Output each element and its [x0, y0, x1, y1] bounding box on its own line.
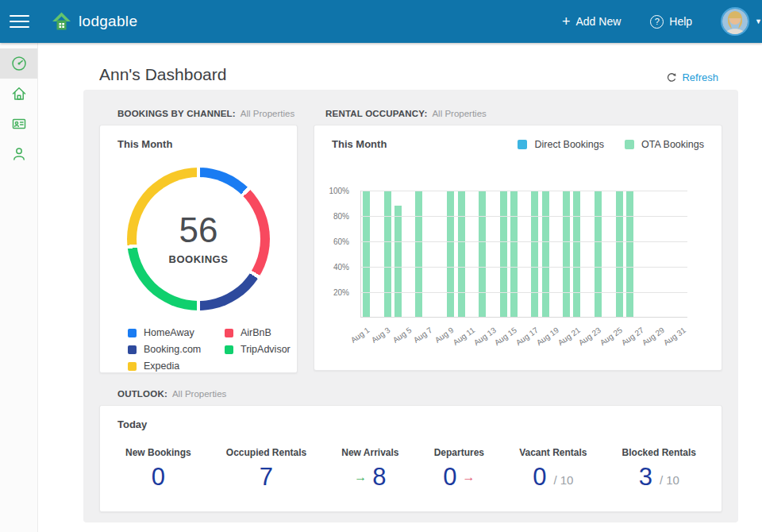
occupancy-bar-aug-4 — [394, 206, 402, 317]
stat-value-row: 0/ 10 — [519, 465, 587, 489]
sidebar-item-bookings[interactable] — [0, 109, 37, 139]
add-new-label: Add New — [575, 15, 621, 28]
refresh-label: Refresh — [682, 71, 718, 83]
gauge-icon — [11, 56, 27, 71]
occupancy-bar-aug-26 — [626, 191, 633, 317]
top-navbar: lodgable + Add New ? Help ▼ — [0, 0, 762, 43]
legend-swatch — [128, 362, 137, 371]
bar-slot — [583, 191, 593, 317]
occupancy-bar-aug-6 — [415, 191, 422, 317]
card-title: Today — [117, 418, 147, 430]
stat-label: Blocked Rentals — [622, 447, 696, 458]
outlook-stat-departures: Departures0→ — [434, 447, 484, 489]
section-scope: All Properties — [172, 389, 226, 399]
bar-slot — [456, 191, 466, 317]
occupancy-bar-aug-21 — [573, 191, 580, 317]
refresh-icon — [666, 72, 677, 83]
brand-logo[interactable]: lodgable — [51, 11, 137, 32]
gridline — [361, 191, 687, 191]
refresh-button[interactable]: Refresh — [666, 71, 718, 83]
bar-slot — [677, 191, 687, 317]
y-tick-label: 80% — [333, 212, 349, 221]
occupancy-bar-aug-23 — [595, 191, 602, 317]
user-avatar[interactable] — [721, 7, 749, 36]
bar-slot — [383, 191, 393, 317]
y-tick-label: 40% — [333, 263, 349, 272]
help-label: Help — [669, 15, 692, 28]
section-scope: All Properties — [432, 109, 486, 118]
stat-value-row: 0→ — [434, 465, 484, 489]
occupancy-plot-area — [360, 191, 687, 318]
sidebar-item-guests[interactable] — [0, 139, 37, 169]
occupancy-bar-aug-12 — [479, 191, 486, 317]
legend-label: Expedia — [144, 360, 179, 372]
bar-slot — [414, 191, 424, 317]
legend-item-bookingcom: Booking.com — [128, 344, 225, 355]
legend-label: AirBnB — [241, 327, 271, 338]
bar-slot — [645, 191, 656, 317]
legend-swatch — [128, 329, 137, 337]
bar-slot — [487, 191, 498, 317]
legend-swatch — [225, 329, 233, 337]
avatar-image — [722, 9, 748, 34]
arrow-right-icon: → — [462, 471, 475, 484]
occupancy-bars — [361, 191, 687, 317]
chevron-down-icon[interactable]: ▼ — [755, 17, 762, 25]
section-title: BOOKINGS BY CHANNEL: — [117, 109, 236, 118]
stat-label: Departures — [434, 447, 484, 458]
bar-slot — [509, 191, 519, 317]
id-card-icon — [11, 116, 27, 132]
add-new-button[interactable]: + Add New — [562, 14, 621, 29]
stat-value: 0 — [443, 465, 456, 489]
occupancy-legend: Direct Bookings OTA Bookings — [518, 139, 704, 150]
outlook-stat-occupied-rentals: Occupied Rentals7 — [226, 447, 306, 489]
bookings-count: 56 — [179, 213, 218, 248]
section-scope: All Properties — [241, 109, 294, 118]
question-mark-icon: ? — [650, 15, 664, 29]
occupancy-bar-aug-3 — [384, 191, 391, 317]
bar-slot — [625, 191, 635, 317]
brand-name: lodgable — [79, 13, 137, 30]
user-icon — [11, 146, 27, 162]
legend-label: Direct Bookings — [534, 139, 604, 150]
stat-value-row: →8 — [341, 465, 398, 489]
legend-label: HomeAway — [144, 327, 194, 338]
occupancy-bar-aug-10 — [458, 191, 465, 317]
page-title: Ann's Dashboard — [99, 65, 226, 84]
bar-slot — [393, 191, 403, 317]
legend-swatch — [518, 140, 527, 149]
bar-slot — [403, 191, 414, 317]
stat-value: 0 — [533, 465, 546, 489]
outlook-stat-vacant-rentals: Vacant Rentals0/ 10 — [519, 447, 587, 489]
occupancy-bar-aug-9 — [447, 191, 454, 317]
help-button[interactable]: ? Help — [650, 15, 692, 29]
stat-value: 7 — [260, 465, 273, 489]
legend-swatch — [625, 140, 634, 149]
dashboard-panel: BOOKINGS BY CHANNEL: All Properties RENT… — [83, 90, 738, 522]
legend-item-tripadvisor: TripAdvisor — [225, 344, 291, 355]
bar-slot — [593, 191, 603, 317]
sidebar-item-dashboard[interactable] — [0, 48, 37, 79]
gridline — [361, 292, 687, 293]
sidebar-item-properties[interactable] — [0, 79, 37, 109]
bookings-count-label: BOOKINGS — [169, 253, 229, 265]
hamburger-menu-icon[interactable] — [10, 8, 29, 35]
bar-slot — [572, 191, 582, 317]
bar-slot — [603, 191, 614, 317]
occupancy-yaxis: 20%40%60%80%100% — [314, 191, 356, 318]
stat-label: New Bookings — [125, 447, 191, 458]
y-tick-label: 60% — [333, 237, 349, 246]
left-sidebar — [0, 43, 38, 532]
occupancy-bar-aug-15 — [510, 191, 518, 317]
bar-slot — [614, 191, 624, 317]
stat-value: 3 — [639, 465, 652, 489]
bookings-section-label: BOOKINGS BY CHANNEL: All Properties — [117, 109, 294, 118]
stat-value: 0 — [152, 465, 165, 489]
section-title: RENTAL OCCUPANCY: — [325, 109, 427, 118]
stat-label: New Arrivals — [341, 447, 398, 458]
gridline — [361, 241, 687, 242]
stat-value-row: 0 — [125, 465, 191, 489]
stat-value-row: 3/ 10 — [622, 465, 696, 489]
bar-slot — [519, 191, 529, 317]
arrow-right-icon: → — [354, 471, 367, 484]
